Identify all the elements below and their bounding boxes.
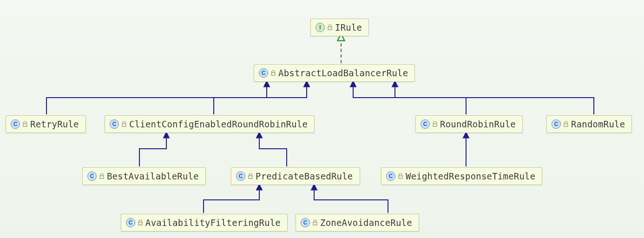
edge-rand-albr xyxy=(395,84,594,114)
edge-zar-pbr xyxy=(314,187,388,213)
node-retry[interactable]: C RetryRule xyxy=(6,115,86,133)
edge-ccer-albr xyxy=(214,84,307,114)
node-label: RoundRobinRule xyxy=(440,119,516,129)
lock-icon xyxy=(138,220,143,225)
lock-icon xyxy=(122,121,126,127)
lock-icon xyxy=(398,173,403,179)
node-bar[interactable]: C BestAvailableRule xyxy=(82,167,206,185)
lock-icon xyxy=(271,70,276,76)
node-label: PredicateBasedRule xyxy=(256,171,353,181)
node-label: IRule xyxy=(335,22,362,33)
edge-pbr-ccer xyxy=(259,135,287,166)
edge-afr-pbr xyxy=(204,187,259,213)
node-label: WeightedResponseTimeRule xyxy=(406,171,535,181)
class-badge-icon: C xyxy=(87,172,97,181)
node-pbr[interactable]: C PredicateBasedRule xyxy=(231,167,360,185)
class-badge-icon: C xyxy=(110,119,119,129)
interface-badge-icon: I xyxy=(315,23,325,32)
node-label: ZoneAvoidanceRule xyxy=(320,218,412,228)
node-label: BestAvailableRule xyxy=(107,171,199,181)
class-badge-icon: C xyxy=(259,68,268,78)
node-zar[interactable]: C ZoneAvoidanceRule xyxy=(296,214,419,231)
node-afr[interactable]: C AvailabilityFilteringRule xyxy=(121,214,288,231)
edge-retry-albr xyxy=(46,84,267,114)
class-badge-icon: C xyxy=(11,119,20,129)
class-badge-icon: C xyxy=(386,172,395,181)
class-badge-icon: C xyxy=(236,172,245,181)
lock-icon xyxy=(564,121,568,127)
class-badge-icon: C xyxy=(552,119,561,129)
node-rr[interactable]: C RoundRobinRule xyxy=(415,115,523,133)
lock-icon xyxy=(99,173,104,179)
lock-icon xyxy=(433,121,437,127)
node-ccer[interactable]: C ClientConfigEnabledRoundRobinRule xyxy=(105,115,315,133)
node-label: AvailabilityFilteringRule xyxy=(145,218,281,228)
node-rand[interactable]: C RandomRule xyxy=(546,115,632,133)
node-albr[interactable]: C AbstractLoadBalancerRule xyxy=(254,64,415,82)
lock-icon xyxy=(23,121,27,127)
class-badge-icon: C xyxy=(126,218,135,227)
lock-icon xyxy=(313,220,317,225)
node-label: RetryRule xyxy=(30,119,79,129)
node-label: RandomRule xyxy=(571,119,625,129)
lock-icon xyxy=(328,25,332,30)
node-label: AbstractLoadBalancerRule xyxy=(278,68,408,78)
class-badge-icon: C xyxy=(421,119,430,129)
edge-rr-albr xyxy=(353,84,466,114)
lock-icon xyxy=(248,173,253,179)
edge-bar-ccer xyxy=(139,135,166,166)
node-label: ClientConfigEnabledRoundRobinRule xyxy=(129,119,308,129)
node-wrtr[interactable]: C WeightedResponseTimeRule xyxy=(381,167,542,185)
node-irule[interactable]: I IRule xyxy=(310,19,369,36)
class-badge-icon: C xyxy=(301,218,310,227)
